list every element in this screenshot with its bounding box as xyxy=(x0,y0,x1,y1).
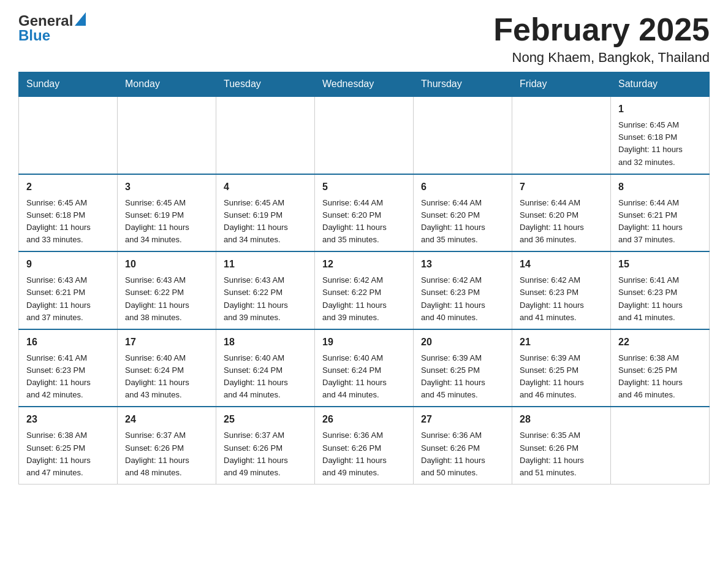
day-info: Sunrise: 6:41 AMSunset: 6:23 PMDaylight:… xyxy=(26,352,110,402)
table-row: 3Sunrise: 6:45 AMSunset: 6:19 PMDaylight… xyxy=(118,174,216,252)
day-number: 26 xyxy=(322,412,406,427)
table-row: 12Sunrise: 6:42 AMSunset: 6:22 PMDayligh… xyxy=(315,251,414,329)
day-info: Sunrise: 6:44 AMSunset: 6:20 PMDaylight:… xyxy=(520,197,603,247)
table-row: 7Sunrise: 6:44 AMSunset: 6:20 PMDaylight… xyxy=(512,174,611,252)
table-row xyxy=(315,96,414,174)
table-row: 4Sunrise: 6:45 AMSunset: 6:19 PMDaylight… xyxy=(216,174,315,252)
table-row: 2Sunrise: 6:45 AMSunset: 6:18 PMDaylight… xyxy=(19,174,118,252)
day-info: Sunrise: 6:43 AMSunset: 6:22 PMDaylight:… xyxy=(224,274,307,324)
table-row xyxy=(414,96,512,174)
table-row: 21Sunrise: 6:39 AMSunset: 6:25 PMDayligh… xyxy=(512,329,611,407)
table-row xyxy=(611,407,710,484)
col-thursday: Thursday xyxy=(414,72,512,97)
day-number: 2 xyxy=(26,180,110,194)
table-row: 1Sunrise: 6:45 AMSunset: 6:18 PMDaylight… xyxy=(611,96,710,174)
day-number: 1 xyxy=(618,102,702,117)
table-row: 17Sunrise: 6:40 AMSunset: 6:24 PMDayligh… xyxy=(118,329,216,407)
day-number: 24 xyxy=(125,412,208,427)
table-row: 26Sunrise: 6:36 AMSunset: 6:26 PMDayligh… xyxy=(315,407,414,484)
table-row: 27Sunrise: 6:36 AMSunset: 6:26 PMDayligh… xyxy=(414,407,512,484)
day-number: 23 xyxy=(26,412,110,427)
table-row: 6Sunrise: 6:44 AMSunset: 6:20 PMDaylight… xyxy=(414,174,512,252)
calendar-week-row: 9Sunrise: 6:43 AMSunset: 6:21 PMDaylight… xyxy=(19,251,710,329)
day-number: 9 xyxy=(26,257,110,272)
day-number: 6 xyxy=(421,180,504,194)
day-info: Sunrise: 6:38 AMSunset: 6:25 PMDaylight:… xyxy=(26,429,110,479)
calendar-week-row: 2Sunrise: 6:45 AMSunset: 6:18 PMDaylight… xyxy=(19,174,710,252)
table-row: 19Sunrise: 6:40 AMSunset: 6:24 PMDayligh… xyxy=(315,329,414,407)
col-monday: Monday xyxy=(118,72,216,97)
day-info: Sunrise: 6:44 AMSunset: 6:20 PMDaylight:… xyxy=(322,197,406,247)
location-title: Nong Khaem, Bangkok, Thailand xyxy=(493,50,710,66)
day-info: Sunrise: 6:36 AMSunset: 6:26 PMDaylight:… xyxy=(322,429,406,479)
table-row xyxy=(19,96,118,174)
day-info: Sunrise: 6:43 AMSunset: 6:21 PMDaylight:… xyxy=(26,274,110,324)
day-number: 20 xyxy=(421,335,504,350)
day-number: 13 xyxy=(421,257,504,272)
title-section: February 2025 Nong Khaem, Bangkok, Thail… xyxy=(493,12,710,66)
table-row: 20Sunrise: 6:39 AMSunset: 6:25 PMDayligh… xyxy=(414,329,512,407)
table-row xyxy=(118,96,216,174)
table-row: 22Sunrise: 6:38 AMSunset: 6:25 PMDayligh… xyxy=(611,329,710,407)
table-row xyxy=(512,96,611,174)
table-row: 25Sunrise: 6:37 AMSunset: 6:26 PMDayligh… xyxy=(216,407,315,484)
table-row: 14Sunrise: 6:42 AMSunset: 6:23 PMDayligh… xyxy=(512,251,611,329)
day-info: Sunrise: 6:40 AMSunset: 6:24 PMDaylight:… xyxy=(224,352,307,402)
calendar-header-row: Sunday Monday Tuesday Wednesday Thursday… xyxy=(19,72,710,97)
day-info: Sunrise: 6:42 AMSunset: 6:22 PMDaylight:… xyxy=(322,274,406,324)
table-row: 8Sunrise: 6:44 AMSunset: 6:21 PMDaylight… xyxy=(611,174,710,252)
logo: General Blue xyxy=(18,12,86,44)
table-row: 9Sunrise: 6:43 AMSunset: 6:21 PMDaylight… xyxy=(19,251,118,329)
day-number: 18 xyxy=(224,335,307,350)
day-number: 19 xyxy=(322,335,406,350)
day-info: Sunrise: 6:35 AMSunset: 6:26 PMDaylight:… xyxy=(520,429,603,479)
month-title: February 2025 xyxy=(493,12,710,47)
table-row: 28Sunrise: 6:35 AMSunset: 6:26 PMDayligh… xyxy=(512,407,611,484)
day-info: Sunrise: 6:45 AMSunset: 6:18 PMDaylight:… xyxy=(26,197,110,247)
day-number: 16 xyxy=(26,335,110,350)
day-info: Sunrise: 6:36 AMSunset: 6:26 PMDaylight:… xyxy=(421,429,504,479)
calendar-week-row: 1Sunrise: 6:45 AMSunset: 6:18 PMDaylight… xyxy=(19,96,710,174)
calendar-week-row: 23Sunrise: 6:38 AMSunset: 6:25 PMDayligh… xyxy=(19,407,710,484)
day-number: 14 xyxy=(520,257,603,272)
table-row: 16Sunrise: 6:41 AMSunset: 6:23 PMDayligh… xyxy=(19,329,118,407)
day-number: 28 xyxy=(520,412,603,427)
day-number: 12 xyxy=(322,257,406,272)
day-number: 3 xyxy=(125,180,208,194)
day-number: 8 xyxy=(618,180,702,194)
day-info: Sunrise: 6:40 AMSunset: 6:24 PMDaylight:… xyxy=(125,352,208,402)
day-number: 10 xyxy=(125,257,208,272)
table-row: 23Sunrise: 6:38 AMSunset: 6:25 PMDayligh… xyxy=(19,407,118,484)
day-number: 11 xyxy=(224,257,307,272)
day-info: Sunrise: 6:44 AMSunset: 6:21 PMDaylight:… xyxy=(618,197,702,247)
day-info: Sunrise: 6:40 AMSunset: 6:24 PMDaylight:… xyxy=(322,352,406,402)
table-row: 18Sunrise: 6:40 AMSunset: 6:24 PMDayligh… xyxy=(216,329,315,407)
table-row: 10Sunrise: 6:43 AMSunset: 6:22 PMDayligh… xyxy=(118,251,216,329)
day-number: 22 xyxy=(618,335,702,350)
table-row: 24Sunrise: 6:37 AMSunset: 6:26 PMDayligh… xyxy=(118,407,216,484)
logo-blue-text: Blue xyxy=(18,27,50,44)
col-wednesday: Wednesday xyxy=(315,72,414,97)
day-info: Sunrise: 6:45 AMSunset: 6:19 PMDaylight:… xyxy=(224,197,307,247)
day-number: 25 xyxy=(224,412,307,427)
day-number: 4 xyxy=(224,180,307,194)
col-tuesday: Tuesday xyxy=(216,72,315,97)
day-info: Sunrise: 6:38 AMSunset: 6:25 PMDaylight:… xyxy=(618,352,702,402)
day-info: Sunrise: 6:41 AMSunset: 6:23 PMDaylight:… xyxy=(618,274,702,324)
table-row: 15Sunrise: 6:41 AMSunset: 6:23 PMDayligh… xyxy=(611,251,710,329)
table-row: 11Sunrise: 6:43 AMSunset: 6:22 PMDayligh… xyxy=(216,251,315,329)
col-saturday: Saturday xyxy=(611,72,710,97)
calendar-week-row: 16Sunrise: 6:41 AMSunset: 6:23 PMDayligh… xyxy=(19,329,710,407)
day-number: 17 xyxy=(125,335,208,350)
calendar-table: Sunday Monday Tuesday Wednesday Thursday… xyxy=(18,72,710,484)
day-info: Sunrise: 6:37 AMSunset: 6:26 PMDaylight:… xyxy=(224,429,307,479)
table-row xyxy=(216,96,315,174)
col-sunday: Sunday xyxy=(19,72,118,97)
day-number: 7 xyxy=(520,180,603,194)
day-info: Sunrise: 6:42 AMSunset: 6:23 PMDaylight:… xyxy=(520,274,603,324)
day-info: Sunrise: 6:39 AMSunset: 6:25 PMDaylight:… xyxy=(520,352,603,402)
day-info: Sunrise: 6:45 AMSunset: 6:19 PMDaylight:… xyxy=(125,197,208,247)
table-row: 5Sunrise: 6:44 AMSunset: 6:20 PMDaylight… xyxy=(315,174,414,252)
day-number: 15 xyxy=(618,257,702,272)
day-info: Sunrise: 6:43 AMSunset: 6:22 PMDaylight:… xyxy=(125,274,208,324)
